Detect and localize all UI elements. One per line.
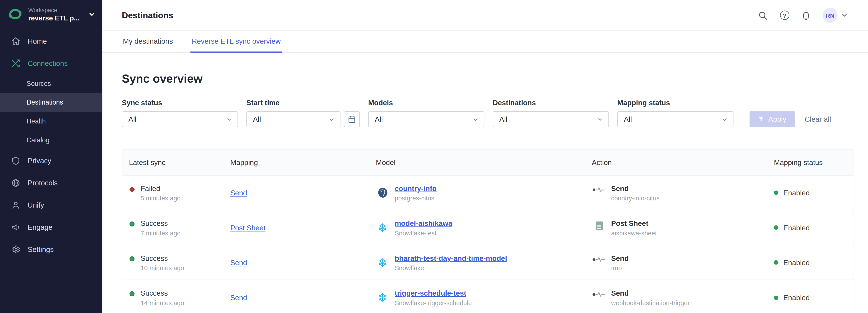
sidebar-item-label: Destinations bbox=[27, 98, 63, 106]
column-header-action: Action bbox=[592, 158, 774, 166]
sidebar-item-health[interactable]: Health bbox=[0, 112, 102, 131]
model-source: Snowflake bbox=[395, 264, 507, 271]
model-name-link[interactable]: trigger-schedule-test bbox=[395, 289, 466, 298]
sync-status-text: Success bbox=[141, 254, 184, 262]
start-time-select[interactable]: All bbox=[246, 111, 341, 127]
bell-icon[interactable] bbox=[801, 10, 811, 20]
mapping-status-text: Enabled bbox=[783, 258, 810, 267]
table-row: Failed 5 minutes ago Send country-info bbox=[122, 176, 854, 210]
model-cell: country-info postgres-citus bbox=[376, 184, 592, 201]
sync-status-select[interactable]: All bbox=[122, 111, 238, 127]
mapping-cell: Send bbox=[230, 293, 376, 302]
mapping-status-text: Enabled bbox=[783, 293, 810, 302]
latest-sync-cell: Failed 5 minutes ago bbox=[129, 184, 230, 201]
mapping-link[interactable]: Send bbox=[230, 293, 247, 302]
sidebar-item-unify[interactable]: Unify bbox=[0, 194, 102, 216]
action-cell: Post Sheet aishikawa-sheet bbox=[592, 219, 774, 236]
column-header-model: Model bbox=[376, 158, 592, 166]
column-header-latest-sync: Latest sync bbox=[129, 158, 230, 166]
webhook-icon bbox=[592, 289, 606, 306]
tab-label: Reverse ETL sync overview bbox=[192, 37, 281, 45]
mapping-cell: Send bbox=[230, 188, 376, 197]
destinations-select[interactable]: All bbox=[493, 111, 609, 127]
column-header-mapping-status: Mapping status bbox=[774, 158, 854, 166]
column-header-mapping: Mapping bbox=[230, 158, 376, 166]
select-value: All bbox=[375, 115, 383, 123]
tab-my-destinations[interactable]: My destinations bbox=[122, 31, 174, 53]
help-icon[interactable]: ? bbox=[779, 10, 789, 20]
model-name-link[interactable]: bharath-test-day-and-time-model bbox=[395, 254, 507, 262]
mapping-status-cell: Enabled bbox=[774, 258, 854, 267]
funnel-icon bbox=[758, 116, 765, 122]
mapping-link[interactable]: Post Sheet bbox=[230, 223, 266, 232]
tab-reverse-etl-sync-overview[interactable]: Reverse ETL sync overview bbox=[191, 31, 282, 53]
search-icon[interactable] bbox=[758, 10, 768, 20]
sidebar-item-settings[interactable]: Settings bbox=[0, 238, 102, 260]
table-header-row: Latest sync Mapping Model Action Mapping… bbox=[122, 150, 854, 176]
mapping-status-text: Enabled bbox=[783, 188, 810, 197]
table-row: Success 10 minutes ago Send ❄ bharath-te… bbox=[122, 245, 854, 280]
model-name-link[interactable]: country-info bbox=[395, 184, 437, 192]
workspace-switcher[interactable]: Workspace reverse ETL p... bbox=[0, 0, 102, 29]
sidebar-item-sources[interactable]: Sources bbox=[0, 74, 102, 93]
user-menu[interactable]: RN bbox=[823, 8, 848, 23]
content: Sync overview Sync status All Start time… bbox=[102, 72, 868, 313]
action-name: Send bbox=[611, 289, 690, 298]
select-value: All bbox=[624, 115, 632, 123]
sync-status-text: Success bbox=[141, 289, 184, 298]
shield-icon bbox=[11, 156, 21, 165]
topbar: Destinations ? RN bbox=[102, 0, 868, 31]
action-destination: aishikawa-sheet bbox=[611, 229, 657, 236]
sidebar-item-protocols[interactable]: Protocols bbox=[0, 172, 102, 194]
mapping-status-text: Enabled bbox=[783, 223, 810, 232]
sidebar-item-home[interactable]: Home bbox=[0, 30, 102, 52]
chevron-down-icon bbox=[226, 116, 232, 123]
sidebar-item-label: Unify bbox=[28, 200, 44, 209]
sidebar-item-destinations[interactable]: Destinations bbox=[0, 93, 102, 112]
chevron-down-icon bbox=[841, 11, 848, 19]
enabled-dot-icon bbox=[774, 295, 778, 300]
sidebar-item-label: Home bbox=[28, 37, 47, 45]
sidebar-item-engage[interactable]: Engage bbox=[0, 216, 102, 238]
success-status-icon bbox=[129, 219, 135, 236]
calendar-button[interactable] bbox=[344, 111, 360, 127]
connections-icon bbox=[11, 59, 21, 68]
workspace-text: Workspace reverse ETL p... bbox=[28, 6, 80, 22]
chevron-down-icon bbox=[88, 10, 96, 18]
mapping-link[interactable]: Send bbox=[230, 258, 247, 267]
sidebar-item-catalog[interactable]: Catalog bbox=[0, 131, 102, 150]
action-destination: country-info-citus bbox=[611, 194, 659, 201]
model-cell: ❄ trigger-schedule-test Snowflake-trigge… bbox=[376, 289, 592, 306]
sidebar-item-label: Settings bbox=[28, 245, 54, 253]
enabled-dot-icon bbox=[774, 260, 778, 264]
model-source: postgres-citus bbox=[395, 194, 437, 201]
enabled-dot-icon bbox=[774, 190, 778, 195]
models-select[interactable]: All bbox=[368, 111, 485, 127]
person-icon bbox=[11, 200, 21, 210]
apply-button[interactable]: Apply bbox=[749, 111, 795, 127]
clear-all-link[interactable]: Clear all bbox=[805, 115, 831, 127]
model-name-link[interactable]: model-aishikawa bbox=[395, 219, 452, 227]
sidebar-item-privacy[interactable]: Privacy bbox=[0, 150, 102, 172]
mapping-link[interactable]: Send bbox=[230, 188, 247, 197]
sidebar-item-connections[interactable]: Connections bbox=[0, 52, 102, 74]
sidebar-item-label: Protocols bbox=[28, 179, 58, 187]
tab-label: My destinations bbox=[123, 37, 173, 45]
workspace-name: reverse ETL p... bbox=[28, 14, 80, 22]
latest-sync-cell: Success 7 minutes ago bbox=[129, 219, 230, 236]
action-name: Send bbox=[611, 184, 659, 192]
snowflake-icon: ❄ bbox=[376, 222, 389, 233]
mapping-status-select[interactable]: All bbox=[617, 111, 734, 127]
chevron-down-icon bbox=[721, 116, 728, 123]
webhook-icon bbox=[592, 254, 606, 271]
sidebar-item-label: Connections bbox=[28, 59, 68, 67]
snowflake-icon: ❄ bbox=[376, 292, 389, 303]
sidebar: Workspace reverse ETL p... Home Connecti… bbox=[0, 0, 102, 313]
action-cell: Send country-info-citus bbox=[592, 184, 774, 201]
action-name: Post Sheet bbox=[611, 219, 657, 227]
model-source: Snowflake-test bbox=[395, 229, 452, 236]
action-destination: tmp bbox=[611, 264, 629, 271]
filter-mapping-status: Mapping status All bbox=[617, 98, 734, 127]
latest-sync-cell: Success 10 minutes ago bbox=[129, 254, 230, 271]
sync-time: 10 minutes ago bbox=[141, 264, 184, 271]
